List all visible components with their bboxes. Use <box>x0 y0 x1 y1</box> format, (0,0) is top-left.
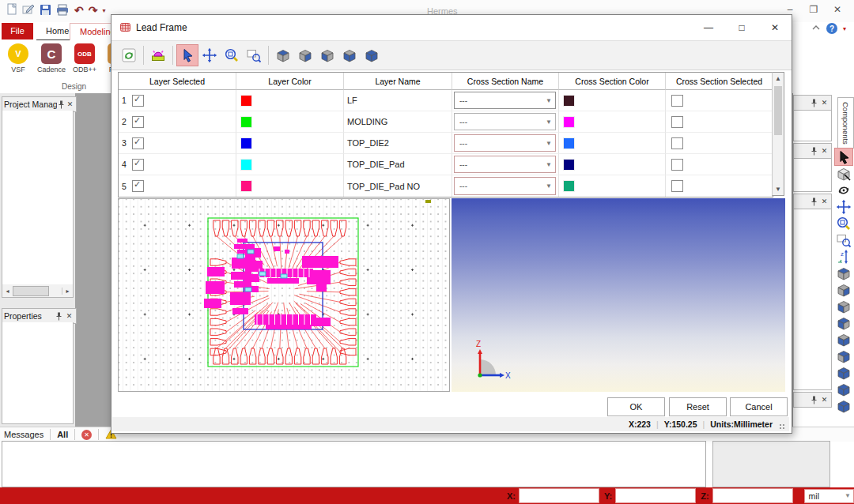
qat-menu-icon[interactable]: ▾ <box>102 7 105 14</box>
layer-color-swatch[interactable] <box>241 181 251 191</box>
view-cube-icon-9[interactable] <box>835 397 852 414</box>
y-coordinate-input[interactable] <box>615 488 696 503</box>
zoom-window-icon[interactable] <box>835 231 852 248</box>
help-icon[interactable]: ? <box>826 23 837 34</box>
viewport-2d[interactable] <box>118 198 450 392</box>
view-cube-left-icon[interactable] <box>317 45 338 66</box>
layer-name-cell[interactable]: LF <box>344 90 452 111</box>
close-icon[interactable]: ✕ <box>819 146 829 156</box>
ribbon-item-odb[interactable]: ODB ODB++ <box>70 43 100 73</box>
layer-name-cell[interactable]: TOP_DIE_Pad NO <box>344 175 452 197</box>
reset-button[interactable]: Reset <box>669 397 727 416</box>
new-file-icon[interactable] <box>6 3 17 17</box>
cross-section-name-combo[interactable]: ---▼ <box>454 156 556 173</box>
column-header[interactable]: Cross Section Selected <box>666 73 773 90</box>
pin-icon[interactable] <box>809 98 819 108</box>
dialog-minimize-button[interactable]: — <box>692 17 725 38</box>
x-coordinate-input[interactable] <box>519 488 599 503</box>
select-tool-icon[interactable] <box>835 149 852 165</box>
scrollbar-thumb[interactable] <box>13 286 49 296</box>
view-cube-icon-3[interactable] <box>835 298 852 314</box>
print-icon[interactable] <box>56 4 70 17</box>
layer-color-swatch[interactable] <box>241 96 251 106</box>
ribbon-item-vsf[interactable]: V VSF <box>3 43 33 73</box>
scrollbar-thumb[interactable] <box>774 86 782 135</box>
zoom-window-icon[interactable] <box>244 45 264 66</box>
cross-section-color-swatch[interactable] <box>564 117 574 127</box>
layer-selected-checkbox[interactable] <box>132 116 144 128</box>
pin-icon[interactable] <box>809 146 819 156</box>
pin-icon[interactable] <box>57 100 66 110</box>
layer-name-cell[interactable]: MOLDING <box>344 111 452 133</box>
close-icon[interactable]: ✕ <box>819 98 829 108</box>
zoom-tool-icon[interactable] <box>221 45 242 66</box>
view-cube-icon-5[interactable] <box>835 331 852 348</box>
layer-name-cell[interactable]: TOP_DIE2 <box>344 133 452 154</box>
rotate-view-icon[interactable] <box>835 182 852 198</box>
properties-body[interactable] <box>2 322 74 424</box>
z-coordinate-input[interactable] <box>712 488 793 503</box>
close-icon[interactable]: ✕ <box>819 197 829 207</box>
layer-selected-checkbox[interactable] <box>132 159 144 171</box>
cross-section-selected-checkbox[interactable] <box>671 180 683 192</box>
view-cube-icon-6[interactable] <box>835 348 852 364</box>
pin-icon[interactable] <box>54 311 64 322</box>
layer-color-swatch[interactable] <box>241 138 251 149</box>
units-dropdown[interactable]: mil ▼ <box>804 489 854 503</box>
select-tool-icon[interactable] <box>177 45 198 66</box>
cross-section-selected-checkbox[interactable] <box>671 137 683 149</box>
cross-section-selected-checkbox[interactable] <box>671 159 683 171</box>
window-restore-button[interactable]: ❐ <box>802 2 826 17</box>
scroll-left-icon[interactable]: ◂ <box>2 288 13 295</box>
layer-selected-checkbox[interactable] <box>132 95 144 107</box>
view-cube-icon-2[interactable] <box>835 281 852 298</box>
scroll-right-icon[interactable]: ▸ <box>62 288 73 295</box>
close-icon[interactable]: ✕ <box>819 395 829 405</box>
pan-tool-icon[interactable] <box>835 198 852 215</box>
cross-section-color-swatch[interactable] <box>564 181 574 191</box>
messages-tab-all[interactable]: All <box>57 430 68 439</box>
column-header[interactable]: Cross Section Color <box>559 73 666 90</box>
view-cube-front-icon[interactable] <box>339 45 360 66</box>
view-cube-icon-4[interactable] <box>835 314 852 331</box>
layer-selected-checkbox[interactable] <box>132 180 144 192</box>
cross-section-name-combo[interactable]: ---▼ <box>454 113 556 130</box>
collapse-ribbon-icon[interactable] <box>811 23 821 34</box>
view-cube-icon-7[interactable] <box>835 364 852 381</box>
view-cube-right-icon[interactable] <box>295 45 316 66</box>
scroll-down-icon[interactable]: ▼ <box>773 183 784 195</box>
scroll-up-icon[interactable]: ▲ <box>773 73 784 85</box>
project-manager-tree[interactable] <box>2 111 74 285</box>
cross-section-color-swatch[interactable] <box>564 160 574 170</box>
dialog-maximize-button[interactable]: □ <box>725 17 758 38</box>
cross-section-name-combo[interactable]: ---▼ <box>454 177 556 195</box>
undo-icon[interactable]: ↶ <box>74 4 84 17</box>
view-cube-icon-8[interactable] <box>835 381 852 397</box>
window-close-button[interactable]: ✕ <box>826 2 849 17</box>
ok-button[interactable]: OK <box>607 397 665 416</box>
z-axis-icon[interactable]: z <box>835 248 852 265</box>
cross-section-name-combo[interactable]: ---▼ <box>454 134 556 152</box>
select-object-icon[interactable] <box>835 165 852 182</box>
project-manager-hscrollbar[interactable]: ◂ ▸ <box>2 284 74 298</box>
viewport-3d[interactable]: Z X <box>452 198 785 392</box>
column-header[interactable]: Cross Section Name <box>452 73 559 90</box>
tab-components[interactable]: Components <box>837 97 854 149</box>
save-icon[interactable] <box>40 4 51 17</box>
close-icon[interactable]: ✕ <box>64 311 74 322</box>
cancel-button[interactable]: Cancel <box>730 397 788 416</box>
dialog-close-button[interactable]: ✕ <box>758 17 792 38</box>
close-icon[interactable]: ✕ <box>66 100 74 110</box>
cross-section-color-swatch[interactable] <box>564 96 574 106</box>
resize-grip[interactable] <box>779 423 786 431</box>
view-cube-icon-1[interactable] <box>835 265 852 281</box>
cross-section-selected-checkbox[interactable] <box>671 95 683 107</box>
ribbon-more-icon[interactable]: ▾ <box>843 25 846 32</box>
column-header[interactable]: Layer Name <box>344 73 452 90</box>
column-header[interactable]: Layer Selected <box>119 73 236 90</box>
redo-icon[interactable]: ↷ <box>89 4 98 17</box>
tab-file[interactable]: File <box>2 23 33 39</box>
column-header[interactable]: Layer Color <box>236 73 344 90</box>
open-icon[interactable] <box>22 3 35 17</box>
layer-color-swatch[interactable] <box>241 117 251 127</box>
